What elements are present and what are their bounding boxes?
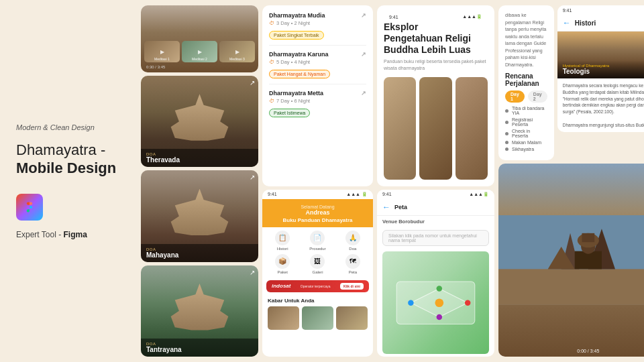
histori-body-text: Dharmayatra secara teologis mengacu ke s… (563, 82, 644, 128)
nav-icons-row1: 📋 Histori 📄 Prosedur 🙏 Doa (262, 227, 373, 254)
video-panel: ▶ 0:00 / 3:45 (498, 164, 644, 357)
histori-title: Histori (575, 19, 596, 27)
pkg-title-karuna: Dharmayatra Karuna (269, 51, 329, 58)
kabar-img-3 (336, 306, 368, 330)
mahayana-name: Mahayana (146, 251, 253, 259)
svg-rect-11 (575, 251, 602, 269)
svg-point-5 (437, 314, 442, 319)
tab-day2[interactable]: Day 2 (528, 90, 547, 103)
package-list-card: Dharmayatra Mudia ↗ ⏱ 3 Day • 2 Night Pa… (262, 5, 373, 186)
thumb-meditasi-2: ▶ Meditasi 2 (182, 41, 217, 62)
status-bar-map: 9:41 ▲▲▲🔋 (377, 190, 494, 199)
svg-rect-14 (582, 233, 594, 242)
clock-3: ⏱ (269, 98, 274, 104)
explore-img-3 (455, 77, 488, 180)
expand-icon-2[interactable]: ↗ (250, 174, 255, 181)
left-panel: Modern & Clean Design Dhamayatra - Mobil… (0, 0, 141, 362)
status-bar-explore: 9:41 ▲▲▲🔋 (384, 12, 488, 21)
expand-icon-1[interactable]: ↗ (250, 79, 255, 86)
pkg-item-mudia: Dharmayatra Mudia ↗ ⏱ 3 Day • 2 Night Pa… (269, 12, 366, 46)
clock-1: ⏱ (269, 20, 274, 26)
histori-back-btn[interactable]: ← (563, 18, 571, 27)
pkg-duration-metta: 7 Day • 6 Night (276, 98, 310, 104)
map-header: ← Peta (377, 199, 494, 216)
explore-img-1 (384, 77, 416, 180)
pkg-badge-metta: Paket Istimewa (269, 109, 310, 117)
pkg-arrow-3[interactable]: ↗ (361, 90, 366, 97)
text-description-panel: dibawa ke pengalaman Religi tanpa perlu … (498, 5, 554, 160)
map-search-box[interactable]: Silakan klik pada nomor untuk mengetahui… (382, 230, 489, 246)
histori-screen: 9:41 ▲▲▲🔋 ← Histori Hystorical of Dharma… (557, 5, 644, 132)
content-area: 0:30 / 3:45 ▶ Meditasi 1 ▶ Meditasi 2 ▶ … (141, 0, 644, 362)
tantrayana-name: Tantrayana (146, 346, 253, 353)
status-bar-buku: 9:41 ▲▲▲ 🔋 (262, 190, 373, 199)
temple-theravada-card: ↗ Doa Theravada (141, 76, 258, 167)
nav-galeri[interactable]: 🖼 Galeri (301, 254, 333, 274)
svg-point-1 (435, 298, 443, 307)
pkg-item-karuna: Dharmayatra Karuna ↗ ⏱ 5 Day • 4 Night P… (269, 51, 366, 84)
indosat-logo: indosat (272, 283, 290, 289)
histori-subtitle: Teologis (563, 68, 644, 75)
explore-screen: 9:41 ▲▲▲🔋 Eksplor Pengetahuan Religi Bud… (377, 5, 494, 186)
pkg-badge-karuna: Paket Hangat & Nyaman (269, 70, 330, 78)
pkg-item-metta: Dharmayatra Metta ↗ ⏱ 7 Day • 6 Night Pa… (269, 90, 366, 123)
pkg-arrow-1[interactable]: ↗ (361, 12, 366, 19)
app-buku-screen: 9:41 ▲▲▲ 🔋 Selamat Datang Andreas Buku P… (262, 190, 373, 357)
expert-tool: Expert Tool - Figma (16, 230, 125, 239)
svg-point-2 (408, 300, 413, 305)
explore-title: Eksplor Pengetahuan Religi Buddha Lebih … (384, 21, 488, 55)
video-timer-top: 0:30 / 3:45 (146, 65, 253, 69)
indosat-banner: indosat Operator terpercaya Klik di sini (266, 280, 369, 292)
theravada-name: Theravada (146, 156, 253, 164)
intro-text: dibawa ke pengalaman Religi tanpa perlu … (505, 12, 547, 68)
nav-icons-row2: 📦 Paket 🖼 Galeri 🗺 Peta (262, 254, 373, 278)
figma-logo (16, 194, 43, 221)
thumb-meditasi-3: ▶ Meditasi 3 (219, 41, 255, 62)
map-venue: Venue Borobudur (377, 216, 494, 227)
plan-item-3: Check in Peserta (505, 129, 547, 138)
explore-map-column: 9:41 ▲▲▲🔋 Eksplor Pengetahuan Religi Bud… (377, 5, 494, 357)
package-list-column: Dharmayatra Mudia ↗ ⏱ 3 Day • 2 Night Pa… (262, 5, 373, 357)
tagline: Modern & Clean Design (16, 123, 125, 131)
video-temple-svg (498, 164, 644, 357)
plan-item-5: Sikhayatra (505, 147, 547, 152)
kabar-images (262, 306, 373, 334)
nav-doa[interactable]: 🙏 Doa (337, 231, 369, 251)
nav-histori[interactable]: 📋 Histori (266, 231, 299, 251)
map-title: Peta (394, 204, 407, 210)
temple-cards-column: 0:30 / 3:45 ▶ Meditasi 1 ▶ Meditasi 2 ▶ … (141, 5, 258, 357)
temple-tantrayana-card: ↗ Doa Tantrayana (141, 265, 258, 357)
guide-title: Buku Panduan Dhamayatra (269, 217, 366, 223)
svg-point-3 (465, 300, 470, 305)
indosat-btn[interactable]: Klik di sini (340, 283, 364, 290)
expand-icon-3[interactable]: ↗ (250, 269, 255, 276)
thumb-meditasi-1: ▶ Meditasi 1 (144, 41, 180, 62)
map-screen: 9:41 ▲▲▲🔋 ← Peta Venue Borobudur Silakan… (377, 190, 494, 357)
greeting-text: Selamat Datang (269, 204, 366, 209)
plan-item-1: Tiba di bandara YIA (505, 106, 547, 115)
plan-item-2: Registrasi Peserta (505, 117, 547, 127)
histori-hero-image: Hystorical of Dharmayatra Teologis (557, 32, 644, 78)
pkg-duration-mudia: 3 Day • 2 Night (276, 20, 310, 26)
pkg-duration-karuna: 5 Day • 4 Night (276, 59, 310, 65)
map-back-btn[interactable]: ← (382, 202, 390, 212)
explore-img-2 (419, 77, 451, 180)
nav-peta[interactable]: 🗺 Peta (337, 254, 369, 274)
plan-title: Rencana Perjalanan (505, 72, 547, 87)
tab-day1[interactable]: Day 1 (505, 90, 525, 103)
histori-header: ← Histori (557, 15, 644, 32)
nav-paket[interactable]: 📦 Paket (266, 254, 299, 274)
temple-mahayana-card: ↗ Doa Mahayana (141, 170, 258, 261)
pkg-arrow-2[interactable]: ↗ (361, 51, 366, 58)
temple-top-card: 0:30 / 3:45 ▶ Meditasi 1 ▶ Meditasi 2 ▶ … (141, 5, 258, 72)
nav-prosedur[interactable]: 📄 Prosedur (301, 231, 333, 251)
kabar-section-title: Kabar Untuk Anda (262, 295, 373, 306)
pkg-title-mudia: Dharmayatra Mudia (269, 12, 325, 19)
status-bar-histori: 9:41 ▲▲▲🔋 (557, 5, 644, 15)
video-timer: 0:00 / 3:45 (577, 349, 599, 353)
user-text: Andreas (269, 209, 366, 216)
kabar-img-2 (302, 306, 333, 330)
map-area (382, 251, 489, 355)
right-panel: dibawa ke pengalaman Religi tanpa perlu … (498, 5, 644, 357)
main-title: Dhamayatra - Mobile Design (16, 141, 125, 178)
